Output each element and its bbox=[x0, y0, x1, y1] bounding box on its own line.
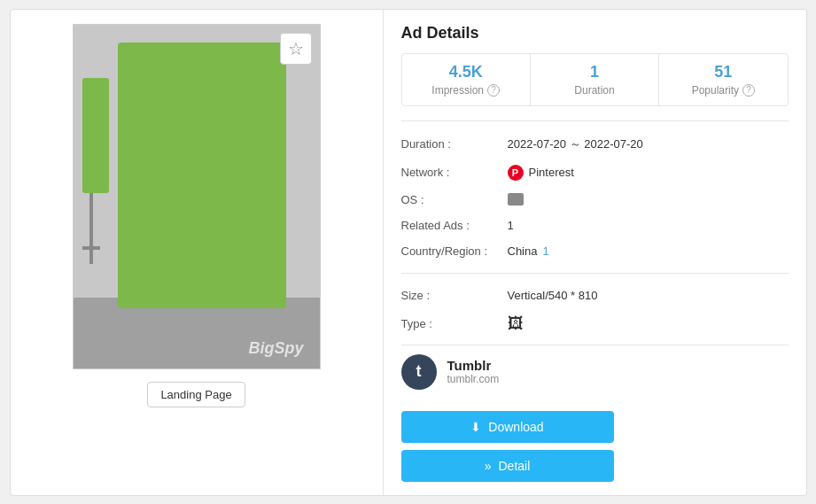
popularity-label: Popularity ? bbox=[666, 84, 780, 97]
related-ads-label: Related Ads : bbox=[401, 219, 508, 232]
popularity-help-icon[interactable]: ? bbox=[742, 84, 755, 97]
type-row: Type : 🖼 bbox=[401, 308, 789, 339]
star-icon: ☆ bbox=[288, 38, 304, 59]
download-button[interactable]: ⬇ Download bbox=[401, 411, 614, 443]
network-row: Network : P Pinterest bbox=[401, 159, 789, 187]
duration-value: 1 bbox=[538, 63, 651, 81]
pinterest-icon: P bbox=[508, 165, 524, 181]
size-field-label: Size : bbox=[401, 289, 508, 302]
tumblr-name: Tumblr bbox=[447, 358, 500, 373]
duration-row: Duration : 2022-07-20 ～ 2022-07-20 bbox=[401, 130, 789, 159]
country-field-label: Country/Region : bbox=[401, 244, 508, 258]
detail-button[interactable]: » Detail bbox=[401, 450, 614, 482]
landing-page-button[interactable]: Landing Page bbox=[147, 382, 245, 407]
image-type-icon: 🖼 bbox=[508, 314, 524, 333]
stats-bar: 4.5K Impression ? 1 Duration 51 Populari… bbox=[401, 53, 789, 106]
tumblr-logo: t bbox=[401, 354, 437, 390]
impression-label: Impression ? bbox=[409, 84, 523, 97]
stat-impression: 4.5K Impression ? bbox=[402, 54, 531, 105]
action-buttons: ⬇ Download » Detail bbox=[401, 411, 789, 482]
related-ads-value: 1 bbox=[508, 219, 514, 232]
os-field-value bbox=[508, 193, 524, 205]
size-row: Size : Vertical/540 * 810 bbox=[401, 283, 789, 308]
favorite-button[interactable]: ☆ bbox=[280, 33, 312, 65]
network-field-label: Network : bbox=[401, 166, 508, 179]
tumblr-info: Tumblr tumblr.com bbox=[447, 358, 500, 385]
country-link[interactable]: 1 bbox=[542, 244, 548, 258]
size-field-value: Vertical/540 * 810 bbox=[508, 289, 598, 302]
network-field-value: P Pinterest bbox=[508, 165, 574, 181]
os-field-label: OS : bbox=[401, 193, 508, 206]
stat-duration: 1 Duration bbox=[531, 54, 659, 105]
detail-icon: » bbox=[485, 459, 492, 473]
country-field-value: China 1 bbox=[508, 244, 549, 258]
download-icon: ⬇ bbox=[470, 420, 481, 434]
duration-field-label: Duration : bbox=[401, 137, 508, 151]
right-panel: Ad Details 4.5K Impression ? 1 Duration … bbox=[383, 10, 806, 495]
impression-help-icon[interactable]: ? bbox=[487, 84, 500, 97]
ad-artwork-roll bbox=[82, 78, 109, 193]
duration-field-value: 2022-07-20 ～ 2022-07-20 bbox=[508, 136, 643, 152]
tumblr-url: tumblr.com bbox=[447, 373, 500, 385]
stat-popularity: 51 Popularity ? bbox=[659, 54, 787, 105]
type-field-label: Type : bbox=[401, 317, 508, 330]
type-field-value: 🖼 bbox=[508, 314, 524, 333]
ad-image: BigSpy bbox=[73, 24, 321, 369]
left-panel: BigSpy ☆ Landing Page bbox=[11, 10, 383, 495]
related-ads-row: Related Ads : 1 bbox=[401, 213, 789, 238]
duration-label: Duration bbox=[538, 84, 651, 97]
page-title: Ad Details bbox=[401, 24, 789, 43]
ad-artwork bbox=[118, 43, 286, 308]
watermark: BigSpy bbox=[248, 339, 303, 358]
tumblr-section: t Tumblr tumblr.com bbox=[401, 345, 789, 399]
os-icon bbox=[508, 193, 524, 205]
os-row: OS : bbox=[401, 187, 789, 213]
country-row: Country/Region : China 1 bbox=[401, 238, 789, 264]
impression-value: 4.5K bbox=[409, 63, 523, 81]
popularity-value: 51 bbox=[666, 63, 780, 81]
